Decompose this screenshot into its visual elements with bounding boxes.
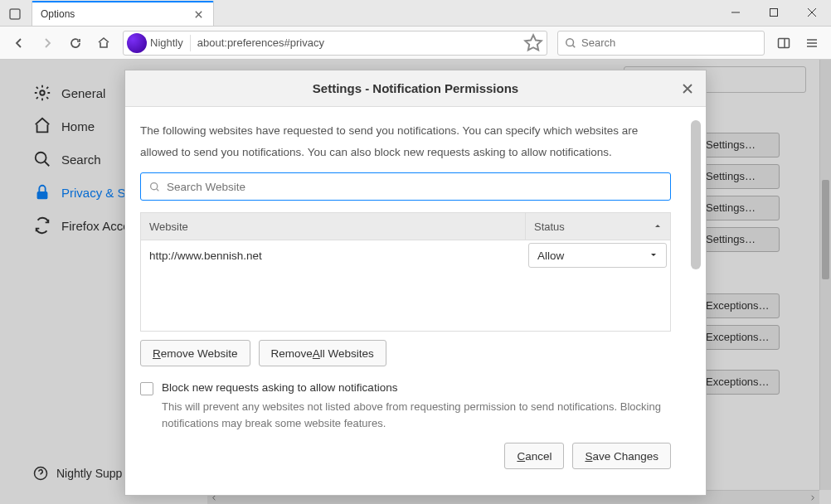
svg-point-2 [566,38,574,46]
status-dropdown[interactable]: Allow [528,243,667,268]
window-controls [717,0,831,26]
table-row[interactable]: http://www.bennish.net Allow [141,240,670,270]
close-icon[interactable] [192,7,205,21]
remove-all-button[interactable]: Remove All Websites [259,340,386,366]
table-header: Website Status [140,212,671,240]
dialog-scrollbar[interactable] [691,120,701,336]
maximize-button[interactable] [755,0,793,26]
dialog-header: Settings - Notification Permissions [125,70,706,107]
titlebar: Options [0,0,831,27]
dialog-title: Settings - Notification Permissions [313,81,518,95]
notification-permissions-dialog: Settings - Notification Permissions The … [124,70,707,496]
sidebar-toggle-icon[interactable] [771,31,796,56]
svg-rect-0 [10,9,20,19]
save-button[interactable]: Save Changes [572,443,671,469]
menu-button[interactable] [799,31,824,56]
cancel-button[interactable]: Cancel [504,443,564,469]
home-button[interactable] [91,31,116,56]
newtab-icon[interactable] [8,7,22,21]
remove-website-button[interactable]: Remove Website [140,340,250,366]
close-window-button[interactable] [793,0,831,26]
search-icon [565,37,576,49]
url-bar[interactable]: Nightly about:preferences#privacy [123,31,547,56]
website-cell: http://www.bennish.net [141,250,525,262]
nightly-label: Nightly [150,36,183,49]
bookmark-star-icon[interactable] [523,33,543,53]
search-bar[interactable] [557,31,765,56]
search-input[interactable] [581,36,757,49]
nightly-icon [127,33,147,53]
column-website[interactable]: Website [141,220,525,233]
column-status[interactable]: Status [525,213,670,240]
search-icon [149,182,160,192]
browser-tab[interactable]: Options [32,1,214,26]
url-text: about:preferences#privacy [197,36,523,49]
svg-point-8 [151,182,158,189]
dialog-description: The following websites have requested to… [140,120,684,162]
status-value: Allow [537,250,564,262]
reload-button[interactable] [63,31,88,56]
svg-rect-3 [779,38,790,47]
permissions-table: http://www.bennish.net Allow [140,240,671,332]
block-requests-desc: This will prevent any websites not liste… [162,399,684,431]
tab-title: Options [41,8,192,20]
block-requests-checkbox[interactable] [140,382,153,395]
svg-rect-1 [770,9,778,17]
back-button[interactable] [7,31,32,56]
minimize-button[interactable] [717,0,755,26]
website-search[interactable] [140,172,671,201]
dialog-close-button[interactable] [679,80,696,97]
chevron-down-icon [649,250,658,262]
nav-toolbar: Nightly about:preferences#privacy [0,27,831,60]
block-requests-label: Block new requests asking to allow notif… [162,381,397,394]
sort-icon [654,220,662,233]
website-search-input[interactable] [167,181,662,193]
forward-button[interactable] [35,31,60,56]
